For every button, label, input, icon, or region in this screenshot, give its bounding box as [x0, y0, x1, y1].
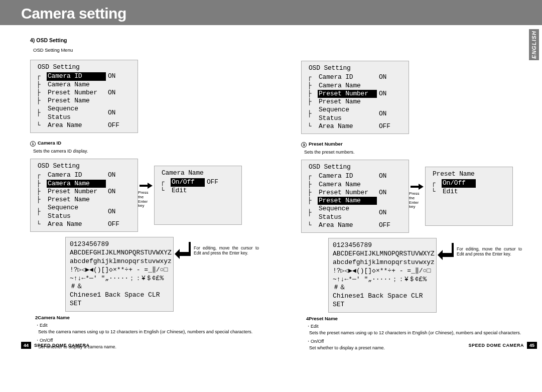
charmap-row: 0123456789 ABCDEFGHIJKLMNOPQRSTUVWXYZ ab… [301, 238, 522, 313]
osd-row: └Area NameOFF [35, 121, 133, 129]
osd-item-camera-id: Camera ID [47, 72, 106, 80]
page-45: OSD Setting ┌Camera IDON ├Camera Name ├P… [271, 25, 542, 353]
osd-row: ├Preset Name [35, 97, 133, 105]
page-title: Camera setting [21, 5, 527, 22]
osd-item-preset-number: Preset Number [318, 90, 377, 98]
osd-item-preset-name: Preset Name [318, 197, 377, 205]
arrow-down-icon: For editing, move the cursor to Edit and… [437, 242, 522, 261]
character-map: 0123456789 ABCDEFGHIJKLMNOPQRSTUVWXYZ ab… [328, 238, 437, 313]
note-1-body: Sets the camera ID display. [33, 149, 259, 154]
onoff-item: On/Off [442, 179, 476, 187]
arrow-right-icon: Press the Enter key [138, 182, 154, 208]
osd-panel-preset-number: OSD Setting ┌Camera IDON ├Camera Name ├P… [301, 61, 409, 134]
osd-panel-camera-name: OSD Setting ┌Camera IDON ├Camera Name ├P… [30, 159, 138, 232]
section-caption: OSD Setting Menu [33, 47, 259, 53]
page-number: 45 [527, 342, 537, 349]
osd-panel-main: OSD Setting ┌Camera IDON ├Camera Name ├P… [30, 60, 138, 133]
page-body: 4) OSD Setting OSD Setting Menu OSD Sett… [0, 25, 542, 353]
osd-item-camera-name: Camera Name [47, 180, 106, 188]
section-heading: 4) OSD Setting [30, 37, 259, 43]
osd-row: ├Preset NumberON [35, 89, 133, 97]
osd-row: ├Camera Name [35, 81, 133, 89]
footer-right: SPEED DOME CAMERA 45 [465, 341, 537, 349]
flow-row: OSD Setting ┌Camera IDON ├Camera Name ├P… [30, 159, 259, 232]
note-3-head: 3Preset Number [301, 141, 522, 148]
character-map: 0123456789 ABCDEFGHIJKLMNOPQRSTUVWXYZ ab… [65, 237, 174, 312]
osd-row: ┌Camera IDON [35, 72, 133, 80]
preset-name-subpanel: Preset Name ┌On/Off └Edit [425, 167, 513, 226]
osd-row: ├Sequence StatusON [35, 105, 133, 121]
onoff-item: On/Off [171, 178, 205, 186]
arrow-right-icon: Press the Enter key [409, 183, 425, 209]
page-number: 44 [21, 342, 31, 349]
camera-name-subpanel: Camera Name ┌On/OffOFF └Edit [154, 166, 242, 225]
arrow-down-icon: For editing, move the cursor to Edit and… [174, 241, 259, 260]
flow-row: OSD Setting ┌Camera IDON ├Camera Name ├P… [301, 160, 522, 233]
footer-left: 44 SPEED DOME CAMERA [21, 341, 93, 349]
page-44: 4) OSD Setting OSD Setting Menu OSD Sett… [0, 25, 271, 353]
osd-panel-preset-name: OSD Setting ┌Camera IDON ├Camera Name ├P… [301, 160, 409, 233]
note-3-body: Sets the preset numbers. [304, 150, 522, 155]
note-1-head: 1Camera ID [30, 140, 259, 147]
charmap-row: 0123456789 ABCDEFGHIJKLMNOPQRSTUVWXYZ ab… [30, 237, 259, 312]
header-bar: Camera setting [0, 0, 542, 25]
